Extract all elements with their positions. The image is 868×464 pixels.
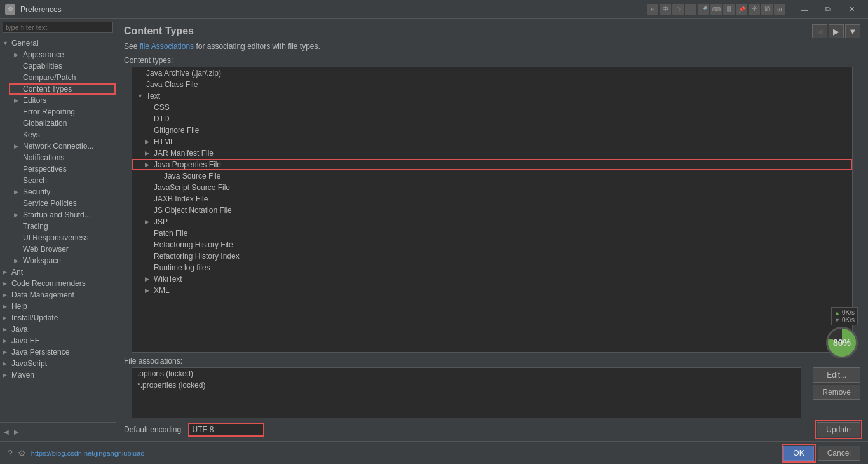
sidebar-item-help[interactable]: ▶ Help bbox=[0, 301, 116, 312]
sidebar-item-network[interactable]: ▶ Network Connectio... bbox=[9, 140, 116, 152]
update-button[interactable]: Update bbox=[817, 422, 860, 437]
ct-item-java-archive[interactable]: Java Archive (.jar/.zip) bbox=[132, 67, 852, 79]
ct-item-html[interactable]: ▶ HTML bbox=[132, 136, 852, 147]
left-panel: ▼ General ▶ Appearance Capabilities Comp… bbox=[0, 19, 116, 441]
sidebar-item-workspace[interactable]: ▶ Workspace bbox=[9, 255, 116, 266]
sidebar-item-maven[interactable]: ▶ Maven bbox=[0, 369, 116, 381]
sidebar-item-content-types[interactable]: Content Types bbox=[9, 83, 116, 95]
ct-item-xml[interactable]: ▶ XML bbox=[132, 285, 852, 296]
sidebar-item-javascript[interactable]: ▶ JavaScript bbox=[0, 358, 116, 369]
ct-item-jsp[interactable]: ▶ JSP bbox=[132, 216, 852, 228]
sidebar-item-tracing[interactable]: Tracing bbox=[9, 221, 116, 232]
fa-item-options[interactable]: .options (locked) bbox=[132, 368, 801, 379]
sidebar-item-java-persistence[interactable]: ▶ Java Persistence bbox=[0, 346, 116, 358]
ct-label-java-class: Java Class File bbox=[146, 80, 198, 89]
encoding-input[interactable] bbox=[188, 423, 264, 437]
expand-arrow-editors: ▶ bbox=[14, 97, 20, 104]
perf-stats: ▲ 0K/s ▼ 0K/s bbox=[831, 307, 858, 325]
ct-item-dtd[interactable]: DTD bbox=[132, 113, 852, 125]
sidebar-item-code-recommenders[interactable]: ▶ Code Recommenders bbox=[0, 278, 116, 289]
sidebar-item-keys[interactable]: Keys bbox=[9, 129, 116, 140]
ime-keyboard-icon[interactable]: ⌨ bbox=[710, 4, 722, 15]
scroll-left-arrow[interactable]: ◀ bbox=[4, 428, 9, 435]
close-button[interactable]: ✕ bbox=[840, 2, 863, 17]
sidebar-item-capabilities[interactable]: Capabilities bbox=[9, 60, 116, 72]
ct-item-gitignore[interactable]: Gitignore File bbox=[132, 125, 852, 136]
nav-forward-button[interactable]: ▶ bbox=[829, 24, 844, 38]
settings-icon[interactable]: ⚙ bbox=[18, 448, 26, 458]
expand-jsp: ▶ bbox=[145, 219, 151, 225]
sidebar-item-ui-resp[interactable]: UI Responsiveness bbox=[9, 232, 116, 243]
sidebar-item-data-mgmt[interactable]: ▶ Data Management bbox=[0, 289, 116, 301]
ct-item-java-class[interactable]: Java Class File bbox=[132, 79, 852, 90]
ct-item-java-properties[interactable]: ▶ Java Properties File bbox=[132, 159, 852, 170]
ct-item-refactoring-index[interactable]: Refactoring History Index bbox=[132, 250, 852, 262]
fa-item-properties[interactable]: *.properties (locked) bbox=[132, 379, 801, 391]
sidebar-item-service-policies[interactable]: Service Policies bbox=[9, 198, 116, 209]
cancel-button[interactable]: Cancel bbox=[818, 446, 860, 461]
ime-icon1[interactable]: 🀫 bbox=[723, 4, 735, 15]
sidebar-item-error-reporting[interactable]: Error Reporting bbox=[9, 106, 116, 118]
ct-item-patch[interactable]: Patch File bbox=[132, 228, 852, 239]
maximize-button[interactable]: ⧉ bbox=[817, 2, 839, 17]
remove-button[interactable]: Remove bbox=[813, 385, 860, 400]
ime-chinese-icon[interactable]: 中 bbox=[660, 4, 671, 15]
ct-item-runtime-log[interactable]: Runtime log files bbox=[132, 262, 852, 273]
sidebar-item-perspectives[interactable]: Perspectives bbox=[9, 163, 116, 175]
nav-dropdown-button[interactable]: ▼ bbox=[845, 24, 860, 38]
sidebar-item-security[interactable]: ▶ Security bbox=[9, 186, 116, 198]
ime-icon2[interactable]: 📌 bbox=[736, 4, 747, 15]
ct-item-javascript-source[interactable]: JavaScript Source File bbox=[132, 182, 852, 193]
sidebar-item-compare-patch[interactable]: Compare/Patch bbox=[9, 72, 116, 83]
ct-label-dtd: DTD bbox=[154, 114, 170, 123]
ime-simple-icon[interactable]: 简 bbox=[761, 4, 773, 15]
ct-item-refactoring-history[interactable]: Refactoring History File bbox=[132, 239, 852, 250]
status-link[interactable]: https://blog.csdn.net/jingangniubiuao bbox=[31, 449, 145, 457]
ime-moon-icon[interactable]: ☽ bbox=[672, 4, 684, 15]
sidebar-item-web-browser[interactable]: Web Browser bbox=[9, 243, 116, 255]
sidebar-item-appearance[interactable]: ▶ Appearance bbox=[9, 49, 116, 60]
ct-item-json[interactable]: JS Object Notation File bbox=[132, 205, 852, 216]
sidebar-label-ant: Ant bbox=[11, 268, 23, 276]
file-associations-link[interactable]: file Associations bbox=[140, 42, 194, 51]
ime-mic-icon[interactable]: 🎤 bbox=[698, 4, 709, 15]
ime-full-icon[interactable]: 全 bbox=[749, 4, 760, 15]
ct-item-jaxb[interactable]: JAXB Index File bbox=[132, 193, 852, 205]
sidebar-item-editors[interactable]: ▶ Editors bbox=[9, 95, 116, 106]
sidebar-item-notifications[interactable]: Notifications bbox=[9, 152, 116, 163]
sidebar-label-capabilities: Capabilities bbox=[23, 62, 62, 71]
sidebar-item-ant[interactable]: ▶ Ant bbox=[0, 266, 116, 278]
ct-label-wikitext: WikiText bbox=[154, 275, 182, 283]
sidebar-item-globalization[interactable]: Globalization bbox=[9, 118, 116, 129]
expand-arrow-maven: ▶ bbox=[3, 372, 9, 378]
ct-item-css[interactable]: CSS bbox=[132, 102, 852, 113]
help-icon[interactable]: ? bbox=[8, 448, 13, 458]
sidebar-item-java-ee[interactable]: ▶ Java EE bbox=[0, 335, 116, 346]
titlebar-title: Preferences bbox=[20, 5, 62, 14]
sidebar-item-search[interactable]: Search bbox=[9, 175, 116, 186]
ct-item-wikitext[interactable]: ▶ WikiText bbox=[132, 273, 852, 285]
sidebar-label-java: Java bbox=[11, 325, 27, 334]
expand-arrow-ant: ▶ bbox=[3, 269, 9, 275]
ct-item-java-source[interactable]: Java Source File bbox=[132, 170, 852, 182]
sidebar-item-startup[interactable]: ▶ Startup and Shutd... bbox=[9, 209, 116, 221]
scroll-right-arrow[interactable]: ▶ bbox=[14, 428, 19, 435]
ct-item-text[interactable]: ▼ Text bbox=[132, 90, 852, 102]
ct-item-jar-manifest[interactable]: ▶ JAR Manifest File bbox=[132, 147, 852, 159]
general-children: ▶ Appearance Capabilities Compare/Patch … bbox=[9, 49, 116, 266]
ok-button[interactable]: OK bbox=[783, 446, 813, 461]
sidebar-label-globalization: Globalization bbox=[23, 119, 67, 128]
ime-grid-icon[interactable]: ⊞ bbox=[774, 4, 785, 15]
ime-s-icon[interactable]: S bbox=[647, 4, 658, 15]
minimize-button[interactable]: — bbox=[793, 2, 816, 17]
expand-arrow-java: ▶ bbox=[3, 326, 9, 332]
ime-dot-icon[interactable]: · bbox=[685, 4, 696, 15]
content-types-scroll[interactable]: Java Archive (.jar/.zip) Java Class File… bbox=[132, 67, 852, 352]
sidebar-item-install-update[interactable]: ▶ Install/Update bbox=[0, 312, 116, 324]
nav-back-button[interactable]: ◀ bbox=[812, 24, 827, 38]
edit-button[interactable]: Edit... bbox=[813, 367, 860, 383]
filter-input[interactable] bbox=[3, 22, 113, 33]
titlebar-left: ⚙ Preferences bbox=[5, 4, 62, 15]
sidebar-item-java[interactable]: ▶ Java bbox=[0, 324, 116, 335]
sidebar-item-general[interactable]: ▼ General bbox=[0, 38, 116, 49]
